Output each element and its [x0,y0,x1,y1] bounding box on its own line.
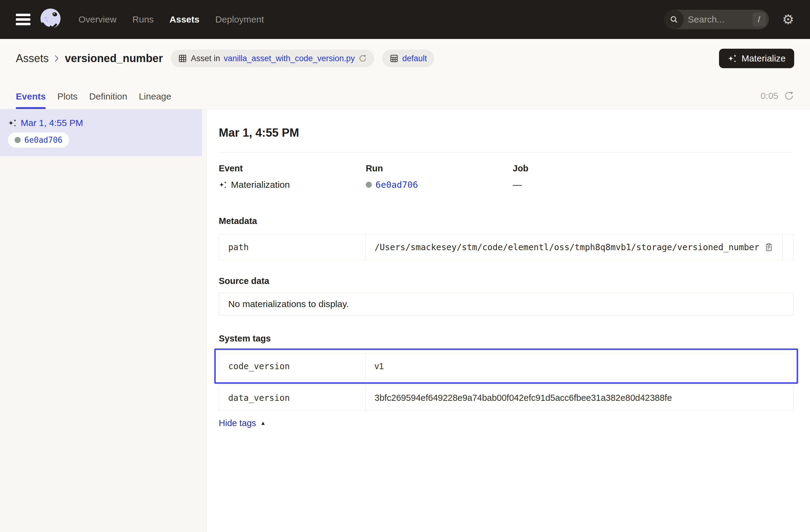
asset-tabs-row: Events Plots Definition Lineage 0:05 [0,78,810,109]
chevron-right-icon [55,55,59,62]
table-row: code_version v1 [219,353,793,379]
global-search[interactable]: / [664,10,769,29]
tag-value-code-version: v1 [375,361,384,371]
metadata-table: path /Users/smackesey/stm/code/elementl/… [219,234,794,260]
top-navbar: Overview Runs Assets Deployment / ⚙ [0,0,810,39]
repo-badge: default [382,50,434,67]
job-column-label: Job [513,163,794,174]
tab-plots[interactable]: Plots [57,91,78,109]
refresh-icon[interactable] [784,91,794,101]
settings-gear-icon[interactable]: ⚙ [782,13,794,26]
metadata-key: path [219,235,366,260]
nav-item-assets[interactable]: Assets [169,14,199,25]
dagster-app: Overview Runs Assets Deployment / ⚙ Asse… [0,0,810,532]
system-tags-heading: System tags [219,334,794,344]
event-detail-panel: Mar 1, 4:55 PM Event Materialization [207,109,810,532]
run-id-chip-label: 6e0ad706 [25,135,62,145]
reload-definition-icon[interactable] [358,54,367,63]
search-shortcut-key: / [752,13,766,27]
asset-name: versioned_number [65,52,163,65]
hamburger-menu-icon[interactable] [16,14,30,25]
caret-up-icon: ▲ [260,420,266,426]
system-tags-table: data_version 3bfc269594ef649228e9a74bab0… [219,385,794,411]
code-version-highlight-ring: code_version v1 [214,349,798,384]
source-data-empty-state: No materializations to display. [219,293,794,315]
event-detail-title: Mar 1, 4:55 PM [219,126,794,140]
asset-file-link[interactable]: vanilla_asset_with_code_version.py [224,54,355,63]
run-column: Run 6e0ad706 [366,163,513,190]
tag-key-code-version: code_version [219,353,366,379]
event-timestamp-link[interactable]: Mar 1, 4:55 PM [21,118,83,128]
asset-definition-badge: Asset in vanilla_asset_with_code_version… [171,50,374,67]
asset-grid-icon [178,54,187,63]
nav-item-deployment[interactable]: Deployment [215,14,264,25]
run-status-dot [15,137,21,143]
tab-lineage[interactable]: Lineage [139,91,171,109]
breadcrumb: Assets versioned_number [16,52,163,65]
empty-message: No materializations to display. [228,299,349,309]
tag-key-data-version: data_version [219,385,366,410]
auto-refresh: 0:05 [761,91,794,109]
run-status-dot [366,182,372,188]
event-list-sidebar: Mar 1, 4:55 PM 6e0ad706 [0,109,207,532]
tab-events[interactable]: Events [16,91,46,109]
asset-in-label: Asset in [191,54,220,63]
run-id-link[interactable]: 6e0ad706 [375,180,418,190]
refresh-countdown: 0:05 [761,91,778,101]
repo-default-link[interactable]: default [402,54,427,63]
primary-nav: Overview Runs Assets Deployment [79,14,264,25]
materialize-label: Materialize [742,53,785,64]
event-summary-columns: Event Materialization Run 6e0ad [219,163,794,190]
materialize-button[interactable]: Materialize [719,49,794,68]
source-data-heading: Source data [219,276,794,286]
run-column-label: Run [366,163,513,174]
run-id-chip[interactable]: 6e0ad706 [8,132,69,148]
table-row: path /Users/smackesey/stm/code/elementl/… [219,235,793,260]
table-row: data_version 3bfc269594ef649228e9a74bab0… [219,385,793,410]
hide-tags-link[interactable]: Hide tags ▲ [219,418,266,428]
dagster-logo[interactable] [39,7,63,31]
search-icon [664,10,684,29]
tab-definition[interactable]: Definition [89,91,127,109]
materialization-sparkle-icon [8,118,17,128]
event-column: Event Materialization [219,163,366,190]
repo-icon [389,54,399,63]
metadata-path-link[interactable]: /Users/smackesey/stm/code/elementl/oss/t… [375,242,759,252]
nav-item-overview[interactable]: Overview [79,14,116,25]
metadata-heading: Metadata [219,216,794,226]
table-end-cell [782,235,793,260]
job-value: — [513,180,522,190]
asset-page-header: Assets versioned_number Asset in vanilla… [0,39,810,78]
sparkles-icon [728,53,737,64]
tag-value-data-version: 3bfc269594ef649228e9a74bab00f042efc91d5a… [375,393,672,403]
event-column-label: Event [219,163,366,174]
search-input[interactable] [684,14,752,25]
dagster-octopus-icon [39,7,63,31]
hide-tags-label: Hide tags [219,418,256,428]
materialization-sparkle-icon [219,180,227,189]
event-list-item[interactable]: Mar 1, 4:55 PM 6e0ad706 [0,109,202,156]
event-type-value: Materialization [231,180,290,190]
system-tags-table: code_version v1 [219,353,794,379]
divider [219,152,794,152]
asset-tabs: Events Plots Definition Lineage [16,91,171,109]
breadcrumb-assets-link[interactable]: Assets [16,52,49,65]
nav-item-runs[interactable]: Runs [132,14,154,25]
job-column: Job — [513,163,794,190]
copy-icon[interactable] [764,243,773,252]
